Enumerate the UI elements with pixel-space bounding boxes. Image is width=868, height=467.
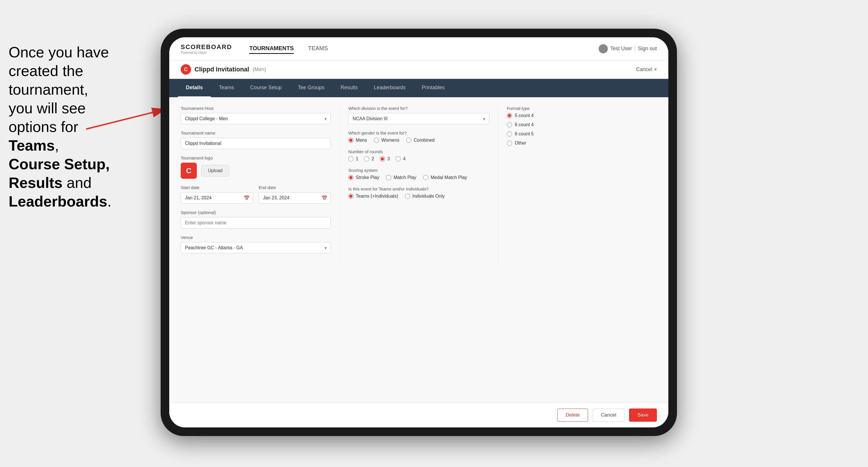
scoring-stroke-option[interactable]: Stroke Play bbox=[348, 175, 379, 180]
format-type-label: Format type bbox=[507, 106, 657, 111]
tournament-host-label: Tournament Host bbox=[181, 106, 331, 111]
rounds-3-option[interactable]: 3 bbox=[380, 156, 390, 161]
tablet-device: SCOREBOARD Powered by clippd TOURNAMENTS… bbox=[161, 29, 677, 436]
scoring-medal-option[interactable]: Medal Match Play bbox=[423, 175, 467, 180]
upload-logo-button[interactable]: Upload bbox=[202, 165, 229, 177]
top-navigation: SCOREBOARD Powered by clippd TOURNAMENTS… bbox=[169, 37, 669, 60]
tournament-icon: C bbox=[181, 64, 191, 74]
cancel-breadcrumb-button[interactable]: Cancel × bbox=[636, 67, 657, 72]
tab-results[interactable]: Results bbox=[333, 79, 366, 97]
tab-printables[interactable]: Printables bbox=[414, 79, 453, 97]
form-left-section: Tournament Host Clippd College - Men Tou… bbox=[181, 106, 339, 266]
main-nav: TOURNAMENTS TEAMS bbox=[249, 43, 599, 54]
rounds-2-option[interactable]: 2 bbox=[364, 156, 374, 161]
calendar-icon: 📅 bbox=[244, 195, 250, 201]
teams-plus-option[interactable]: Teams (+Individuals) bbox=[348, 194, 398, 199]
delete-button[interactable]: Delete bbox=[557, 408, 588, 422]
user-navigation: Test User | Sign out bbox=[599, 44, 657, 53]
end-date-label: End date bbox=[259, 185, 331, 190]
format-6count4-option[interactable]: 6 count 4 bbox=[507, 122, 657, 127]
teams-plus-radio[interactable] bbox=[348, 194, 353, 199]
venue-label: Venue bbox=[181, 235, 331, 240]
division-select[interactable]: NCAA Division III bbox=[348, 113, 489, 124]
start-date-input[interactable] bbox=[181, 192, 253, 204]
tournament-logo-group: Tournament logo C Upload bbox=[181, 155, 331, 179]
format-other-radio[interactable] bbox=[507, 141, 512, 146]
rounds-label: Number of rounds bbox=[348, 149, 489, 154]
rounds-4-radio[interactable] bbox=[396, 156, 401, 161]
format-6count5-option[interactable]: 6 count 5 bbox=[507, 131, 657, 136]
rounds-group: Number of rounds 1 2 bbox=[348, 149, 489, 161]
nav-tournaments[interactable]: TOURNAMENTS bbox=[249, 43, 294, 54]
rounds-4-option[interactable]: 4 bbox=[396, 156, 406, 161]
tablet-screen: SCOREBOARD Powered by clippd TOURNAMENTS… bbox=[169, 37, 669, 428]
division-group: Which division is the event for? NCAA Di… bbox=[348, 106, 489, 124]
start-date-label: Start date bbox=[181, 185, 253, 190]
gender-group: Which gender is the event for? Mens Wome… bbox=[348, 130, 489, 143]
tab-leaderboards[interactable]: Leaderboards bbox=[366, 79, 414, 97]
individuals-only-radio[interactable] bbox=[405, 194, 410, 199]
venue-group: Venue Peachtree GC - Atlanta - GA bbox=[181, 235, 331, 253]
format-5count4-option[interactable]: 5 count 4 bbox=[507, 113, 657, 118]
cancel-button[interactable]: Cancel bbox=[593, 408, 624, 422]
calendar-icon-end: 📅 bbox=[321, 195, 327, 201]
gender-womens-option[interactable]: Womens bbox=[374, 138, 399, 143]
logo-text: SCOREBOARD bbox=[181, 43, 232, 51]
tournament-host-group: Tournament Host Clippd College - Men bbox=[181, 106, 331, 124]
gender-womens-radio[interactable] bbox=[374, 138, 379, 143]
format-6count5-radio[interactable] bbox=[507, 131, 512, 136]
format-6count4-radio[interactable] bbox=[507, 122, 512, 127]
scoring-medal-radio[interactable] bbox=[423, 175, 428, 180]
tournament-name-label: Tournament name bbox=[181, 130, 331, 135]
end-date-group: End date 📅 bbox=[259, 185, 331, 204]
venue-select[interactable]: Peachtree GC - Atlanta - GA bbox=[181, 242, 331, 253]
breadcrumb-bar: C Clippd Invitational (Men) Cancel × bbox=[169, 60, 669, 79]
tab-teams[interactable]: Teams bbox=[211, 79, 242, 97]
teams-individuals-group: Is this event for Teams and/or Individua… bbox=[348, 186, 489, 199]
user-name[interactable]: Test User bbox=[610, 45, 632, 52]
rounds-3-radio[interactable] bbox=[380, 156, 385, 161]
form-middle-section: Which division is the event for? NCAA Di… bbox=[339, 106, 498, 266]
tabs-bar: Details Teams Course Setup Tee Groups Re… bbox=[169, 79, 669, 97]
user-avatar bbox=[599, 44, 608, 53]
tournament-host-select[interactable]: Clippd College - Men bbox=[181, 113, 331, 124]
save-button[interactable]: Save bbox=[629, 408, 657, 422]
sponsor-group: Sponsor (optional) bbox=[181, 210, 331, 229]
scoring-match-option[interactable]: Match Play bbox=[386, 175, 416, 180]
scoring-group: Scoring system Stroke Play Match Play bbox=[348, 168, 489, 180]
tab-details[interactable]: Details bbox=[178, 79, 211, 97]
breadcrumb: C Clippd Invitational (Men) bbox=[181, 64, 266, 74]
logo-upload-area: C Upload bbox=[181, 163, 331, 179]
format-other-option[interactable]: Other bbox=[507, 141, 526, 146]
start-date-group: Start date 📅 bbox=[181, 185, 253, 204]
teams-label: Is this event for Teams and/or Individua… bbox=[348, 186, 489, 191]
tournament-name-input[interactable] bbox=[181, 138, 331, 149]
rounds-1-option[interactable]: 1 bbox=[348, 156, 358, 161]
tournament-name: Clippd Invitational bbox=[194, 66, 249, 73]
scoring-match-radio[interactable] bbox=[386, 175, 391, 180]
form-grid: Tournament Host Clippd College - Men Tou… bbox=[181, 106, 657, 266]
end-date-input[interactable] bbox=[259, 192, 331, 204]
tab-tee-groups[interactable]: Tee Groups bbox=[290, 79, 333, 97]
format-5count4-radio[interactable] bbox=[507, 113, 512, 118]
sign-out-link[interactable]: Sign out bbox=[638, 45, 657, 52]
rounds-2-radio[interactable] bbox=[364, 156, 369, 161]
rounds-1-radio[interactable] bbox=[348, 156, 353, 161]
tab-course-setup[interactable]: Course Setup bbox=[242, 79, 290, 97]
main-content: Tournament Host Clippd College - Men Tou… bbox=[169, 97, 669, 402]
scoring-label: Scoring system bbox=[348, 168, 489, 173]
nav-teams[interactable]: TEAMS bbox=[308, 43, 328, 54]
gender-combined-option[interactable]: Combined bbox=[406, 138, 435, 143]
scoring-radio-group: Stroke Play Match Play Medal Match Play bbox=[348, 175, 489, 180]
instruction-text: Once you have created the tournament, yo… bbox=[0, 37, 132, 217]
gender-mens-radio[interactable] bbox=[348, 138, 353, 143]
gender-mens-option[interactable]: Mens bbox=[348, 138, 367, 143]
division-label: Which division is the event for? bbox=[348, 106, 489, 111]
scoring-stroke-radio[interactable] bbox=[348, 175, 353, 180]
logo: SCOREBOARD Powered by clippd bbox=[181, 43, 232, 54]
gender-combined-radio[interactable] bbox=[406, 138, 411, 143]
sponsor-input[interactable] bbox=[181, 217, 331, 229]
tournament-logo-label: Tournament logo bbox=[181, 155, 331, 160]
individuals-only-option[interactable]: Individuals Only bbox=[405, 194, 445, 199]
logo-preview: C bbox=[181, 163, 197, 179]
